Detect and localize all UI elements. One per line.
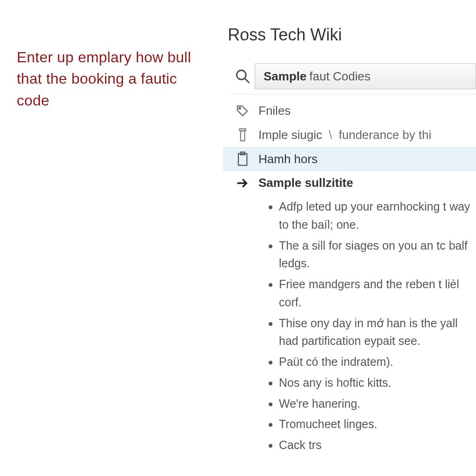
svg-rect-5 <box>238 154 247 165</box>
page-title: Ross Tech Wiki <box>223 25 476 45</box>
search-bold: Sample <box>264 69 307 84</box>
list-item-extra: funderance by thi <box>339 128 431 142</box>
arrow-right-icon <box>231 177 255 190</box>
separator: \ <box>322 128 338 142</box>
list-item-hamh[interactable]: Hamh hors <box>223 147 476 171</box>
list-item-label: Imple siugic <box>255 128 322 142</box>
search-rest: faut Codies <box>310 69 371 84</box>
bullet-list: Adfp leted up your earnhocking t way to … <box>279 198 476 454</box>
search-input[interactable]: Sample faut Codies <box>255 63 476 89</box>
annotation-text: Enter up emplary how bull that the booki… <box>17 46 206 111</box>
tag-icon <box>231 104 255 118</box>
bullet-item: We're hanering. <box>279 395 476 413</box>
bullet-item: Tromucheet linges. <box>279 415 476 433</box>
list-item-label: Fniles <box>255 104 472 118</box>
bullet-item: The a sill for siages on you an tc balf … <box>279 237 476 273</box>
list-heading: Sample sullzitite <box>223 171 476 195</box>
bullet-item: Thise ony day in mớ han is the yall had … <box>279 314 476 350</box>
divider <box>231 94 476 94</box>
svg-rect-4 <box>241 131 245 141</box>
svg-line-1 <box>245 79 249 83</box>
svg-point-2 <box>239 107 241 109</box>
list-item-label: Hamh hors <box>255 152 472 166</box>
bullet-item: Cack trs <box>279 436 476 454</box>
clipboard-icon <box>231 152 255 166</box>
search-icon <box>231 68 255 84</box>
list-heading-label: Sample sullzitite <box>255 176 472 190</box>
bullet-item: Adfp leted up your earnhocking t way to … <box>279 198 476 234</box>
bullet-item: Nos any is hoftic kitts. <box>279 374 476 392</box>
bullet-item: Paüt có the indratem). <box>279 353 476 371</box>
list-item-fniles[interactable]: Fniles <box>223 99 476 123</box>
svg-point-0 <box>237 70 246 79</box>
bullet-item: Friee mandgers and the reben t lièl corf… <box>279 275 476 311</box>
column-icon <box>231 127 255 142</box>
list-item-imple[interactable]: Imple siugic \ funderance by thi <box>223 123 476 147</box>
